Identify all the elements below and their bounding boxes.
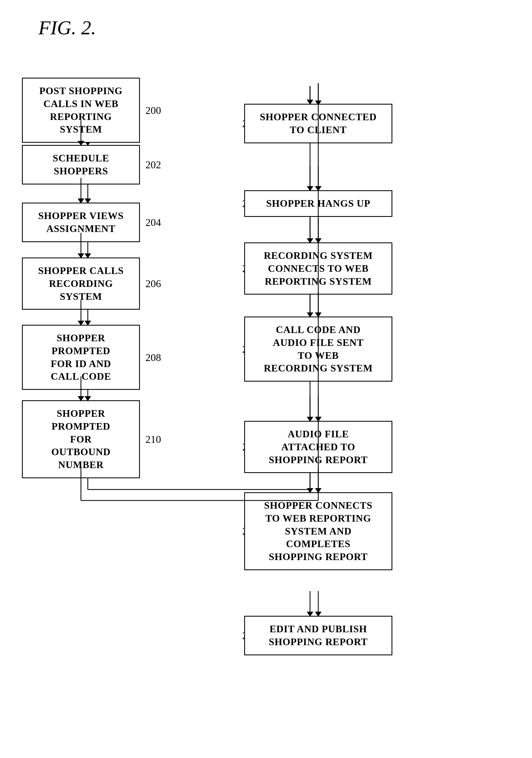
box206-label-text: 206 (146, 278, 161, 289)
box216-flowbox: RECORDING SYSTEM CONNECTS TO WEB REPORTI… (244, 242, 392, 294)
page: FIG. 2. (0, 0, 532, 758)
box206-flowbox: SHOPPER CALLS RECORDING SYSTEM (22, 258, 140, 310)
box214-text: SHOPPER HANGS UP (266, 198, 370, 209)
box224-wrapper: 224 EDIT AND PUBLISH SHOPPING REPORT (230, 616, 392, 655)
box204-wrapper: SHOPPER VIEWS ASSIGNMENT 204 (22, 203, 140, 242)
box202-wrapper: SCHEDULE SHOPPERS 202 (22, 145, 140, 185)
box208-label: 208 (146, 351, 161, 363)
box210-label: 210 (146, 433, 161, 445)
box202-label-text: 202 (146, 159, 161, 170)
box218-text: CALL CODE AND AUDIO FILE SENT TO WEB REC… (264, 324, 373, 374)
box-208: SHOPPER PROMPTED FOR ID AND CALL CODE 20… (22, 325, 140, 390)
box212-text: SHOPPER CONNECTED TO CLIENT (260, 112, 377, 135)
box224-text: EDIT AND PUBLISH SHOPPING REPORT (269, 624, 368, 647)
figure-title: FIG. 2. (38, 17, 510, 39)
box-222: 222 SHOPPER CONNECTS TO WEB REPORTING SY… (230, 492, 392, 570)
box208-flowbox: SHOPPER PROMPTED FOR ID AND CALL CODE (22, 325, 140, 390)
box222-text: SHOPPER CONNECTS TO WEB REPORTING SYSTEM… (264, 500, 372, 562)
box200-label-text: 200 (146, 105, 161, 116)
box-210: SHOPPER PROMPTED FOR OUTBOUND NUMBER 210 (22, 400, 140, 478)
box200-flowbox: POST SHOPPING CALLS IN WEB REPORTING SYS… (22, 78, 140, 143)
box216-wrapper: 216 RECORDING SYSTEM CONNECTS TO WEB REP… (230, 242, 392, 294)
box202-label: 202 (146, 159, 161, 171)
box204-label: 204 (146, 216, 161, 228)
box-204: SHOPPER VIEWS ASSIGNMENT 204 (22, 203, 140, 242)
box210-wrapper: SHOPPER PROMPTED FOR OUTBOUND NUMBER 210 (22, 400, 140, 478)
box204-text: SHOPPER VIEWS ASSIGNMENT (38, 210, 123, 234)
box-202: SCHEDULE SHOPPERS 202 (22, 145, 140, 185)
box-212: 212 SHOPPER CONNECTED TO CLIENT (230, 104, 392, 143)
box212-flowbox: SHOPPER CONNECTED TO CLIENT (244, 104, 392, 143)
box218-flowbox: CALL CODE AND AUDIO FILE SENT TO WEB REC… (244, 317, 392, 382)
box220-wrapper: 220 AUDIO FILE ATTACHED TO SHOPPING REPO… (230, 421, 392, 473)
box218-wrapper: 218 CALL CODE AND AUDIO FILE SENT TO WEB… (230, 317, 392, 382)
diagram: POST SHOPPING CALLS IN WEB REPORTING SYS… (22, 61, 510, 758)
box220-flowbox: AUDIO FILE ATTACHED TO SHOPPING REPORT (244, 421, 392, 473)
box202-flowbox: SCHEDULE SHOPPERS (22, 145, 140, 185)
box220-text: AUDIO FILE ATTACHED TO SHOPPING REPORT (269, 429, 368, 465)
box214-wrapper: 214 SHOPPER HANGS UP (230, 190, 392, 217)
box210-flowbox: SHOPPER PROMPTED FOR OUTBOUND NUMBER (22, 400, 140, 478)
box-200: POST SHOPPING CALLS IN WEB REPORTING SYS… (22, 78, 140, 143)
box200-label: 200 (146, 104, 161, 117)
box200-wrapper: POST SHOPPING CALLS IN WEB REPORTING SYS… (22, 78, 140, 143)
box-214: 214 SHOPPER HANGS UP (230, 190, 392, 217)
box212-wrapper: 212 SHOPPER CONNECTED TO CLIENT (230, 104, 392, 143)
box216-text: RECORDING SYSTEM CONNECTS TO WEB REPORTI… (264, 250, 373, 287)
box208-label-text: 208 (146, 352, 161, 363)
box210-label-text: 210 (146, 433, 161, 445)
box-220: 220 AUDIO FILE ATTACHED TO SHOPPING REPO… (230, 421, 392, 473)
box200-text: POST SHOPPING CALLS IN WEB REPORTING SYS… (39, 86, 122, 135)
box204-flowbox: SHOPPER VIEWS ASSIGNMENT (22, 203, 140, 242)
box208-text: SHOPPER PROMPTED FOR ID AND CALL CODE (51, 332, 111, 382)
box214-flowbox: SHOPPER HANGS UP (244, 190, 392, 217)
box222-wrapper: 222 SHOPPER CONNECTS TO WEB REPORTING SY… (230, 492, 392, 570)
box210-text: SHOPPER PROMPTED FOR OUTBOUND NUMBER (51, 408, 111, 470)
box206-wrapper: SHOPPER CALLS RECORDING SYSTEM 206 (22, 258, 140, 310)
box-218: 218 CALL CODE AND AUDIO FILE SENT TO WEB… (230, 317, 392, 382)
box202-text: SCHEDULE SHOPPERS (53, 153, 109, 177)
box222-flowbox: SHOPPER CONNECTS TO WEB REPORTING SYSTEM… (244, 492, 392, 570)
box-216: 216 RECORDING SYSTEM CONNECTS TO WEB REP… (230, 242, 392, 294)
box-224: 224 EDIT AND PUBLISH SHOPPING REPORT (230, 616, 392, 655)
box206-label: 206 (146, 278, 161, 290)
box204-label-text: 204 (146, 217, 161, 228)
box-206: SHOPPER CALLS RECORDING SYSTEM 206 (22, 258, 140, 310)
box208-wrapper: SHOPPER PROMPTED FOR ID AND CALL CODE 20… (22, 325, 140, 390)
box224-flowbox: EDIT AND PUBLISH SHOPPING REPORT (244, 616, 392, 655)
box206-text: SHOPPER CALLS RECORDING SYSTEM (38, 265, 124, 302)
